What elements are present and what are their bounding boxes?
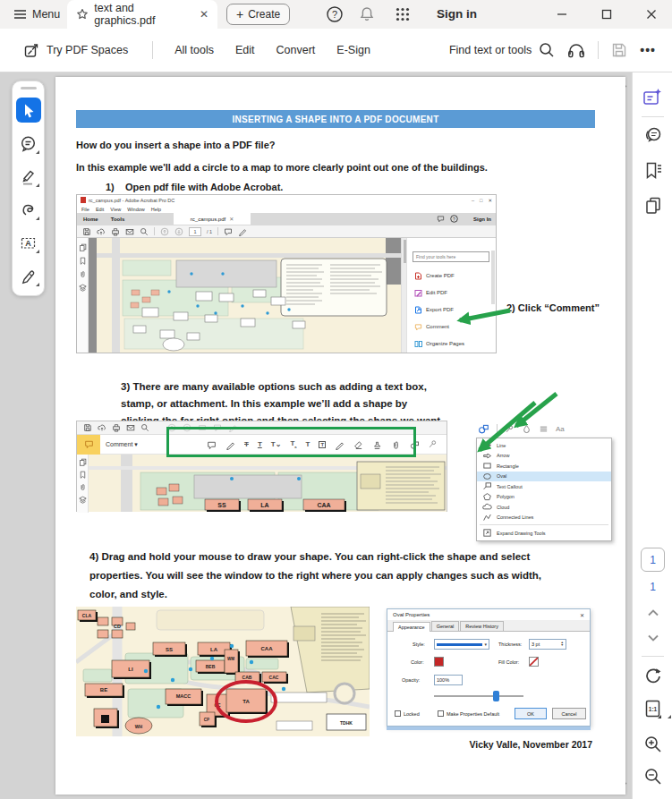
ss2-thumbnails-icon[interactable] xyxy=(79,458,87,466)
ss2-save-icon[interactable] xyxy=(83,423,92,432)
ss2-email-icon[interactable] xyxy=(126,423,135,432)
ai-assistant-button[interactable] xyxy=(633,88,672,107)
select-tool-button[interactable] xyxy=(16,98,41,123)
ss2-print-icon[interactable] xyxy=(112,423,121,432)
cancel-button[interactable]: Cancel xyxy=(552,708,586,719)
ss1-thumbnails-icon[interactable] xyxy=(79,243,87,251)
color-picker-icon[interactable] xyxy=(522,424,532,434)
ss1-comment-tool-icon[interactable] xyxy=(224,227,233,236)
ss1-email-icon[interactable] xyxy=(125,227,134,236)
ss1-panel-scrollbar[interactable] xyxy=(491,251,495,304)
ss1-tab-home[interactable]: Home xyxy=(77,217,105,222)
tab-appearance[interactable]: Appearance xyxy=(393,622,430,632)
menu-item-line[interactable]: Line xyxy=(477,440,611,451)
ss1-layers-icon[interactable] xyxy=(79,284,87,292)
tab-general[interactable]: General xyxy=(431,621,460,631)
close-button[interactable] xyxy=(638,0,665,29)
ss2-share-icon[interactable] xyxy=(98,423,106,432)
ss1-pencil-icon[interactable] xyxy=(238,227,247,236)
create-button[interactable]: + Create xyxy=(226,4,290,25)
page-number-input[interactable]: 1 xyxy=(641,548,665,572)
zoom-in-button[interactable] xyxy=(633,735,672,754)
sign-in-button[interactable]: Sign in xyxy=(437,7,477,21)
ss1-menu-help[interactable]: Help xyxy=(151,207,161,212)
comments-panel-button[interactable] xyxy=(633,126,672,145)
ss1-tab-tools[interactable]: Tools xyxy=(105,217,132,222)
find-text-button[interactable]: Find text or tools xyxy=(449,42,555,58)
menu-item-rectangle[interactable]: Rectangle xyxy=(477,461,611,472)
ss1-page-input[interactable]: 1 xyxy=(189,227,201,236)
menu-item-cloud[interactable]: Cloud xyxy=(477,502,611,513)
ss1-tool-create-pdf[interactable]: Create PDF xyxy=(414,270,495,281)
color-swatch[interactable] xyxy=(434,657,444,667)
select-text-tool-button[interactable]: A xyxy=(16,230,41,255)
ss2-attachments-icon[interactable] xyxy=(79,483,87,491)
fill-sign-tool-button[interactable] xyxy=(16,263,41,288)
notifications-button[interactable] xyxy=(358,5,376,23)
ss2-comment-label[interactable]: Comment ▾ xyxy=(106,441,138,448)
try-pdf-spaces-button[interactable]: Try PDF Spaces xyxy=(16,29,136,72)
ss1-tool-comment[interactable]: Comment xyxy=(414,321,495,332)
menu-item-connected-lines[interactable]: Connected Lines xyxy=(477,513,611,523)
thickness-input[interactable]: 3 pt ▲▼ xyxy=(529,639,566,650)
more-options-button[interactable]: ••• xyxy=(640,43,656,57)
ok-button[interactable]: OK xyxy=(515,708,547,719)
drawing-shapes-icon[interactable] xyxy=(478,423,489,435)
ss2-comment-active-tool[interactable] xyxy=(77,435,100,455)
tab-edit[interactable]: Edit xyxy=(225,44,266,56)
ss1-bookmarks-icon[interactable] xyxy=(79,257,87,265)
ss1-page-down-icon[interactable] xyxy=(174,227,183,236)
ss1-share-icon[interactable] xyxy=(97,227,106,236)
ss1-tools-search[interactable]: Find your tools here xyxy=(413,251,489,262)
tab-convert[interactable]: Convert xyxy=(266,44,327,56)
minimize-button[interactable] xyxy=(549,0,575,29)
previous-page-button[interactable] xyxy=(633,608,672,618)
menu-item-expand-drawing-tools[interactable]: Expand Drawing Tools xyxy=(477,527,611,539)
tab-all-tools[interactable]: All tools xyxy=(164,44,225,56)
opacity-slider-handle[interactable] xyxy=(493,691,499,701)
ss1-tab-document[interactable]: rc_campus.pdf✕ xyxy=(174,213,251,225)
menu-item-text-callout[interactable]: Text Callout xyxy=(477,481,611,492)
ss1-search-icon[interactable] xyxy=(140,227,149,236)
menu-item-polygon[interactable]: Polygon xyxy=(477,492,611,503)
document-tab[interactable]: text and graphics.pdf ✕ xyxy=(67,0,217,29)
opacity-input[interactable]: 100% xyxy=(434,675,463,685)
save-icon[interactable] xyxy=(611,42,627,58)
menu-item-arrow[interactable]: Arrow xyxy=(477,451,611,462)
menu-button[interactable]: Menu xyxy=(5,0,68,29)
fill-color-swatch[interactable] xyxy=(529,657,539,667)
ss1-tool-organize-pages[interactable]: Organize Pages xyxy=(414,338,495,349)
ss2-layers-icon[interactable] xyxy=(79,496,87,504)
highlight-tool-button[interactable] xyxy=(16,164,41,189)
ss1-sign-in[interactable]: Sign In xyxy=(473,217,491,222)
draw-tool-button[interactable] xyxy=(16,197,41,222)
ss1-save-icon[interactable] xyxy=(82,227,91,236)
ss1-menu-window[interactable]: Window xyxy=(127,207,145,212)
ss2-bookmarks-icon[interactable] xyxy=(79,471,87,479)
locked-checkbox[interactable] xyxy=(395,710,401,717)
bookmarks-panel-button[interactable] xyxy=(633,161,672,180)
rotate-page-button[interactable] xyxy=(633,667,672,686)
tab-close-icon[interactable]: ✕ xyxy=(200,8,208,21)
apps-grid-button[interactable] xyxy=(395,6,411,22)
ss1-tool-edit-pdf[interactable]: Edit PDF xyxy=(414,287,495,298)
ss1-print-icon[interactable] xyxy=(111,227,120,236)
next-page-button[interactable] xyxy=(633,633,672,643)
keep-tool-pin-icon[interactable] xyxy=(505,424,515,434)
ss1-menu-view[interactable]: View xyxy=(110,207,121,212)
ss1-attachments-icon[interactable] xyxy=(79,270,87,278)
read-aloud-icon[interactable] xyxy=(567,42,585,59)
panel-drag-handle[interactable] xyxy=(21,87,37,89)
comment-tool-button[interactable] xyxy=(16,131,41,156)
ss1-menu-file[interactable]: File xyxy=(81,207,89,212)
zoom-out-button[interactable] xyxy=(633,767,672,786)
style-dropdown[interactable]: ▾ xyxy=(434,639,489,650)
pages-panel-button[interactable] xyxy=(633,196,672,215)
make-default-checkbox[interactable] xyxy=(438,710,444,717)
ss2-search-icon[interactable] xyxy=(140,423,149,432)
text-style-button[interactable]: Aa xyxy=(556,425,565,433)
help-button[interactable]: ? xyxy=(326,5,344,23)
keep-tool-pin-icon[interactable] xyxy=(428,439,438,449)
line-weight-icon[interactable] xyxy=(539,424,549,434)
opacity-slider-track[interactable] xyxy=(434,695,523,697)
